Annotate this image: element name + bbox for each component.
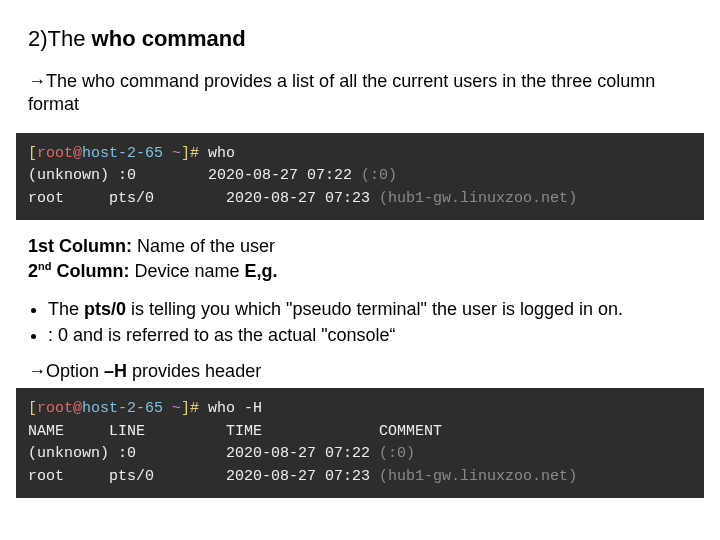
row-user: root [28, 190, 64, 207]
row-time: 2020-08-27 07:23 [226, 190, 370, 207]
terminal-output-2: [root@host-2-65 ~]# who -H NAME LINE TIM… [16, 388, 704, 498]
opt-a: Option [46, 361, 104, 381]
section-heading: 2)The who command [28, 26, 692, 52]
sp [154, 190, 226, 207]
row-user: root [28, 468, 64, 485]
col1-line: 1st Column: Name of the user [28, 234, 692, 258]
opt-c: provides header [132, 361, 261, 381]
col2-label-sup: nd [38, 260, 51, 272]
col2-eg: E,g. [245, 261, 278, 281]
row-time: 2020-08-27 07:22 [226, 445, 370, 462]
prompt-path: ~ [172, 145, 181, 162]
row-time: 2020-08-27 07:22 [208, 167, 352, 184]
col1-label: 1st Column: [28, 236, 132, 256]
sp [109, 445, 118, 462]
intro-paragraph: →The who command provides a list of all … [28, 70, 692, 117]
row-tty: pts/0 [109, 468, 154, 485]
col2-value: Device name [129, 261, 244, 281]
prompt-bracket-close: ] [181, 400, 190, 417]
row-tty: :0 [118, 167, 136, 184]
sp [64, 190, 109, 207]
sp [154, 468, 226, 485]
option-line: →Option –H provides header [28, 361, 692, 382]
row-note: (hub1-gw.linuxzoo.net) [370, 190, 577, 207]
prompt-user: root [37, 400, 73, 417]
bullet-list: The pts/0 is telling you which "pseudo t… [48, 297, 692, 348]
b1-b: pts/0 [84, 299, 131, 319]
col2-label-a: 2 [28, 261, 38, 281]
prompt-at: @ [73, 145, 82, 162]
bullet-item-1: The pts/0 is telling you which "pseudo t… [48, 297, 692, 321]
b1-c: is telling you which "pseudo terminal" t… [131, 299, 623, 319]
intro-text: The who command provides a list of all t… [28, 71, 655, 114]
sp [136, 445, 226, 462]
sp [136, 167, 208, 184]
row-note: (:0) [352, 167, 397, 184]
row-note: (hub1-gw.linuxzoo.net) [370, 468, 577, 485]
slide: 2)The who command →The who command provi… [0, 0, 720, 498]
terminal-output-1: [root@host-2-65 ~]# who (unknown) :0 202… [16, 133, 704, 221]
arrow-icon: → [28, 71, 46, 91]
col2-label-b: Column: [51, 261, 129, 281]
prompt-host: host-2-65 [82, 400, 172, 417]
prompt-hash: # [190, 145, 208, 162]
prompt-hash: # [190, 400, 208, 417]
row-time: 2020-08-27 07:23 [226, 468, 370, 485]
row-tty: pts/0 [109, 190, 154, 207]
b2: : 0 and is referred to as the actual "co… [48, 325, 396, 345]
b1-a: The [48, 299, 84, 319]
prompt-bracket-close: ] [181, 145, 190, 162]
opt-b: –H [104, 361, 132, 381]
prompt-bracket: [ [28, 400, 37, 417]
row-user: (unknown) [28, 445, 109, 462]
bullet-item-2: : 0 and is referred to as the actual "co… [48, 323, 692, 347]
prompt-path: ~ [172, 400, 181, 417]
col2-line: 2nd Column: Device name E,g. [28, 259, 692, 283]
arrow-icon: → [28, 361, 46, 381]
col1-value: Name of the user [132, 236, 275, 256]
row-note: (:0) [370, 445, 415, 462]
prompt-host: host-2-65 [82, 145, 172, 162]
sp [64, 468, 109, 485]
heading-number: 2) [28, 26, 48, 51]
command-text: who [208, 145, 235, 162]
command-text: who -H [208, 400, 262, 417]
prompt-bracket: [ [28, 145, 37, 162]
sp [109, 167, 118, 184]
header-line: NAME LINE TIME COMMENT [28, 423, 442, 440]
prompt-at: @ [73, 400, 82, 417]
heading-text-pre: The [48, 26, 92, 51]
row-user: (unknown) [28, 167, 109, 184]
row-tty: :0 [118, 445, 136, 462]
heading-text-bold: who command [92, 26, 246, 51]
column-explanations: 1st Column: Name of the user 2nd Column:… [28, 234, 692, 283]
prompt-user: root [37, 145, 73, 162]
